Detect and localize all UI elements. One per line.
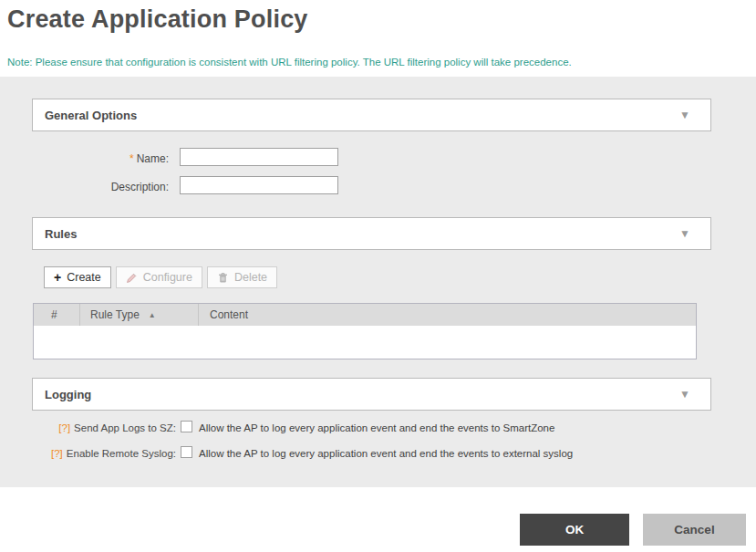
cancel-button[interactable]: Cancel <box>643 514 746 546</box>
section-title-general-options: General Options <box>45 109 137 122</box>
required-asterisk: * <box>129 152 134 165</box>
create-button-label: Create <box>67 271 101 284</box>
page-title: Create Application Policy <box>7 5 308 34</box>
description-input[interactable] <box>180 176 338 194</box>
section-title-rules: Rules <box>45 227 77 241</box>
url-filtering-note: Note: Please ensure that configuration i… <box>7 57 572 68</box>
form-panel: General Options ▼ *Name: Description: Ru… <box>0 77 756 487</box>
chevron-down-icon[interactable]: ▼ <box>679 228 690 239</box>
configure-button-label: Configure <box>143 271 192 284</box>
rules-table: # Rule Type ▲ Content <box>33 303 697 359</box>
help-icon[interactable]: [?] <box>58 422 70 433</box>
description-label: Description: <box>32 179 169 195</box>
trash-icon <box>217 272 229 284</box>
column-header-number-label: # <box>51 308 57 321</box>
name-input[interactable] <box>180 148 338 166</box>
send-app-logs-label: [?]Send App Logs to SZ: <box>32 422 176 434</box>
enable-remote-syslog-checkbox[interactable] <box>181 446 192 458</box>
column-header-number[interactable]: # <box>34 304 79 326</box>
pencil-icon <box>126 272 138 284</box>
name-label: *Name: <box>32 151 169 167</box>
name-label-text: Name: <box>137 152 169 165</box>
create-rule-button[interactable]: + Create <box>44 266 111 288</box>
delete-button-label: Delete <box>234 271 267 284</box>
chevron-down-icon[interactable]: ▼ <box>679 389 690 400</box>
enable-remote-syslog-label-text: Enable Remote Syslog: <box>67 448 176 459</box>
ok-button[interactable]: OK <box>520 514 629 546</box>
rules-table-empty-body <box>34 326 696 359</box>
chevron-down-icon[interactable]: ▼ <box>679 109 690 120</box>
section-title-logging: Logging <box>45 388 91 401</box>
enable-remote-syslog-label: [?]Enable Remote Syslog: <box>32 447 176 460</box>
create-application-policy-dialog: Create Application Policy Note: Please e… <box>0 0 756 552</box>
column-header-rule-type-label: Rule Type <box>90 308 140 321</box>
configure-rule-button[interactable]: Configure <box>116 266 202 288</box>
description-label-text: Description: <box>111 181 169 193</box>
send-app-logs-checkbox[interactable] <box>181 421 192 432</box>
plus-icon: + <box>54 271 61 284</box>
section-header-logging[interactable]: Logging ▼ <box>32 378 711 411</box>
rules-toolbar: + Create Configure Delete <box>44 266 277 288</box>
column-header-rule-type[interactable]: Rule Type ▲ <box>79 304 198 326</box>
rules-table-header: # Rule Type ▲ Content <box>34 304 696 326</box>
send-app-logs-description: Allow the AP to log every application ev… <box>199 422 554 434</box>
sort-ascending-icon[interactable]: ▲ <box>149 311 156 319</box>
column-header-content[interactable]: Content <box>198 304 696 326</box>
column-header-content-label: Content <box>210 308 248 321</box>
help-icon[interactable]: [?] <box>51 448 63 459</box>
send-app-logs-label-text: Send App Logs to SZ: <box>74 422 176 433</box>
enable-remote-syslog-description: Allow the AP to log every application ev… <box>199 447 573 460</box>
section-header-general-options[interactable]: General Options ▼ <box>32 99 711 131</box>
section-header-rules[interactable]: Rules ▼ <box>32 217 711 250</box>
delete-rule-button[interactable]: Delete <box>207 266 277 288</box>
